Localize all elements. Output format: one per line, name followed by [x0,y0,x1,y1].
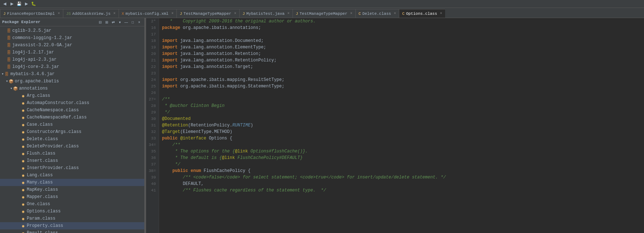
tree-item-arg[interactable]: ◉ Arg.class [0,92,144,99]
ann-target-32b: (ElementType. [180,129,214,135]
tab-testmanagemapper[interactable]: J TestManageTypeMapper × [176,9,239,18]
toolbar-btn-save[interactable]: 💾 [16,1,22,7]
kw-import-18: import [162,38,178,44]
tree-label-lang: Lang.class [27,173,53,178]
tab-delete-class-close[interactable]: × [394,12,396,16]
panel-close-btn[interactable]: × [136,19,142,25]
tree-item-mybatis[interactable]: 🗄 mybatis-3.4.6.jar [0,70,144,78]
tree-item-insert[interactable]: ◉ Insert.class [0,157,144,164]
tree-item-insertprovider[interactable]: ◉ InsertProvider.class [0,164,144,172]
tab-testmanagemapper2-close[interactable]: × [350,12,353,16]
tree-view[interactable]: 🗄 cglib-3.2.5.jar 🗄 commons-logging-1.2.… [0,26,144,233]
tree-item-automap[interactable]: ◉ AutomapConstructor.class [0,99,144,107]
ln-16: 16 [148,25,156,31]
javadoc-27: /** [162,96,170,103]
code-line-28: * @author Clinton Begin [162,103,644,109]
code-editor[interactable]: 2* 16 17 18 19 20 21 22 23 24 25 26 27= … [146,18,644,233]
tab-addgtasks[interactable]: JS AddGtasksView.js × [63,9,119,18]
class-icon-mapkey: ◉ [20,187,26,193]
tree-item-delete[interactable]: ◉ Delete.class [0,135,144,143]
tree-item-log4j-core[interactable]: 🗄 log4j-core-2.3.jar [0,63,144,70]
ln-31: 31 [148,122,156,129]
class-icon-delete: ◉ [20,136,26,142]
panel-toolbar: ⊟ ⊞ ⇄ ▾ — □ × [97,19,142,25]
tab-testmanagemapper2[interactable]: J TestManageTypeMapper × [293,9,355,18]
tree-item-log4j[interactable]: 🗄 log4j-1.2.17.jar [0,49,144,56]
tree-item-cglib[interactable]: 🗄 cglib-3.2.5.jar [0,27,144,34]
tree-item-one[interactable]: ◉ One.class [0,200,144,208]
panel-minimize-btn[interactable]: — [123,19,129,25]
class-icon-case: ◉ [20,122,26,128]
tree-item-flush[interactable]: ◉ Flush.class [0,150,144,157]
class-icon-param: ◉ [20,216,26,221]
tree-item-lang[interactable]: ◉ Lang.class [0,172,144,179]
package-icon: 📦 [8,78,14,84]
javadoc-35a: * The options for the { [162,148,235,155]
tree-item-mapper[interactable]: ◉ Mapper.class [0,193,144,200]
tab-bar: J FinanceReportDaoImpl × JS AddGtasksVie… [0,8,644,18]
tree-label-log4j-core: log4j-core-2.3.jar [12,64,59,69]
panel-sync-btn[interactable]: ⇄ [110,19,116,25]
tree-item-deleteprovider[interactable]: ◉ DeleteProvider.class [0,143,144,150]
tree-label-property: Property.class [27,223,63,228]
tree-item-commons[interactable]: 🗄 commons-logging-1.2.jar [0,34,144,42]
code-line-27: /** [162,96,644,103]
ln-36: 36 [148,155,156,161]
tree-item-constructorargs[interactable]: ◉ ConstructorArgs.class [0,128,144,135]
class-icon-options: ◉ [20,208,26,214]
kw-package: package [162,25,180,31]
ln-25: 25 [148,83,156,90]
panel-collapse-btn[interactable]: ⊟ [97,19,103,25]
tree-item-mapkey[interactable]: ◉ MapKey.class [0,186,144,193]
tree-item-case[interactable]: ◉ Case.class [0,121,144,128]
tree-label-javassist: javassist-3.22.0-GA.jar [12,43,72,48]
tree-item-log4j-api[interactable]: 🗄 log4j-api-2.3.jar [0,56,144,63]
left-panel: Package Explorer ⊟ ⊞ ⇄ ▾ — □ × 🗄 cglib-3… [0,18,145,233]
tree-label-insprov: InsertProvider.class [27,165,79,171]
panel-menu-btn[interactable]: ▾ [117,19,123,25]
tab-mybatistest-close[interactable]: × [287,12,290,16]
tree-item-param[interactable]: ◉ Param.class [0,215,144,222]
tree-item-annotations[interactable]: 📦 annotations [0,85,144,92]
toolbar-btn-debug[interactable]: 🐛 [30,1,37,7]
tab-testmanagemapper-label: TestManageTypeMapper [184,12,231,16]
code-line-21: import java.lang.annotation.RetentionPol… [162,57,644,64]
toolbar-btn-1[interactable]: ◀ [1,1,8,7]
import-19: java.lang.annotation.ElementType; [178,44,266,51]
tab-options-class[interactable]: C Options.class × [399,9,445,18]
tab-addgtasks-close[interactable]: × [113,12,115,16]
tree-item-options[interactable]: ◉ Options.class [0,208,144,215]
top-toolbar: ◀ ▶ 💾 ▶ 🐛 [0,0,644,8]
tab-finance-close[interactable]: × [58,12,60,16]
code-line-29: */ [162,109,644,116]
tree-item-cachenamespaceref[interactable]: ◉ CacheNamespaceRef.class [0,114,144,121]
tab-mybatis-config-close[interactable]: × [171,12,174,16]
tree-item-javassist[interactable]: 🗄 javassist-3.22.0-GA.jar [0,42,144,49]
tab-testmanagemapper-close[interactable]: × [234,12,236,16]
tree-item-cachenamespace[interactable]: ◉ CacheNamespace.class [0,107,144,114]
ln-19: 19 [148,44,156,51]
tab-finance[interactable]: J FinanceReportDaoImpl × [0,9,63,18]
tab-mybatis-config-label: mybatis-config.xml [125,12,169,16]
tree-item-property[interactable]: ◉ Property.class [0,222,144,229]
tree-item-many[interactable]: ◉ Many.class [0,179,144,186]
class-icon-many: ◉ [20,180,26,185]
tree-item-result[interactable]: ◉ Result.class [0,229,144,233]
ln-33: 33 [148,135,156,142]
tab-mybatistest[interactable]: J MybatisTest.java × [239,9,293,18]
tab-options-class-close[interactable]: × [440,12,442,16]
comment-copyright: * Copyright 2009-2016 the original autho… [162,18,316,25]
tree-item-org-apache[interactable]: 📦 org.apache.ibatis [0,78,144,85]
toolbar-btn-run[interactable]: ▶ [23,1,30,7]
tree-label-log4j-api: log4j-api-2.3.jar [12,57,56,62]
panel-expand-btn[interactable]: ⊞ [104,19,110,25]
code-line-23 [162,70,644,77]
ln-20: 20 [148,51,156,57]
kw-public-33: public [162,135,178,142]
toolbar-btn-2[interactable]: ▶ [9,1,15,7]
tab-delete-class[interactable]: C Delete.class × [355,9,399,18]
tab-mybatis-config[interactable]: X mybatis-config.xml × [119,9,176,18]
code-line-32: @Target(ElementType.METHOD) [162,129,644,135]
import-22: java.lang.annotation.Target; [178,64,253,70]
panel-maximize-btn[interactable]: □ [130,19,136,25]
